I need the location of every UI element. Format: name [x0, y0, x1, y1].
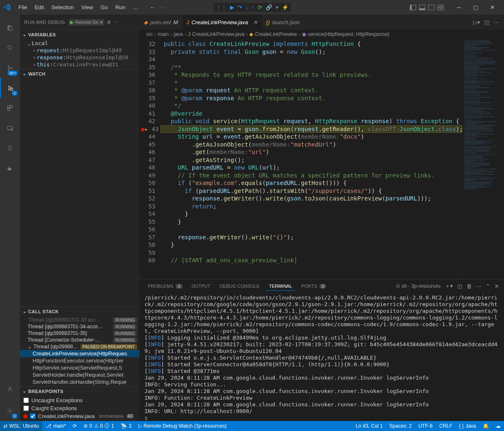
breadcrumb-item[interactable]: CreateLinkPreview.java — [192, 31, 244, 37]
stack-frame[interactable]: ServletHolder.handle(Request,Servlet — [20, 371, 139, 378]
run-file-icon[interactable]: ▷▾ — [473, 19, 480, 25]
menu-run[interactable]: Run — [112, 3, 129, 12]
debug-more-icon[interactable]: ⋯ — [114, 20, 118, 25]
remote-indicator[interactable]: ⇄WSL: Ubuntu — [0, 421, 42, 431]
cursor-position[interactable]: Ln 43, Col 1 — [352, 423, 386, 429]
new-terminal-icon[interactable]: ＋▾ — [445, 282, 453, 290]
ports-indicator[interactable]: 📡3 — [117, 421, 135, 431]
stack-frame[interactable]: ServletHandler.doHandle(String,Reque — [20, 378, 139, 385]
stack-frame[interactable]: HttpFunctionExecutor.service(HttpSer — [20, 357, 139, 364]
run-debug-icon[interactable]: 1 — [0, 78, 20, 98]
thread-row[interactable]: Thread [qtp399683701-34-acce…RUNNING — [20, 323, 139, 330]
eol[interactable]: CRLF — [436, 423, 456, 429]
variables-scope[interactable]: ⌄Local — [20, 40, 139, 47]
tab-createlinkpreview[interactable]: JCreateLinkPreview.java✕ — [182, 15, 262, 30]
debug-config-selector[interactable]: ▶ Remote De ▾ — [68, 19, 104, 25]
thread-row-paused[interactable]: ⌄Thread [qtp39968…PAUSED ON BREAKPOINT — [20, 343, 139, 350]
step-into-icon[interactable]: ↓ — [246, 4, 248, 10]
variable-row[interactable]: › response: HttpResponseImpl@50 — [20, 54, 139, 61]
panel-tab-problems[interactable]: PROBLEMS1 — [144, 282, 186, 290]
tab-close-icon[interactable]: ✕ — [253, 19, 258, 25]
terminal-profile[interactable]: ⊙sh - 3p-resources — [396, 283, 441, 289]
menu-more[interactable]: … — [129, 3, 142, 12]
language-mode[interactable]: { }Java — [456, 423, 479, 429]
breakpoint-row[interactable]: CreateLinkPreview.javasrc/main/java43 — [20, 412, 139, 420]
callstack-header[interactable]: ⌄CALL STACK — [20, 307, 139, 316]
breadcrumb-item[interactable]: service(HttpRequest, HttpResponse) — [308, 31, 389, 37]
terminal-more-icon[interactable]: ⋯ — [476, 283, 481, 289]
layout-left-icon[interactable] — [410, 4, 416, 11]
bp-checkbox[interactable] — [30, 413, 35, 419]
debug-settings-icon[interactable]: ⚙ — [107, 20, 111, 25]
panel-tab-output[interactable]: OUTPUT — [188, 282, 214, 290]
explorer-icon[interactable] — [0, 18, 20, 38]
notifications-icon[interactable]: 🔔 — [479, 423, 492, 429]
bp-checkbox[interactable] — [23, 398, 29, 403]
breadcrumb-item[interactable]: main — [158, 31, 169, 37]
maximize-button[interactable]: ▢ — [467, 1, 484, 14]
layout-right-icon[interactable] — [428, 4, 435, 11]
split-terminal-icon[interactable]: ◫ — [457, 283, 462, 289]
breadcrumbs[interactable]: src› main› java› JCreateLinkPreview.java… — [139, 30, 504, 39]
layout-customize-icon[interactable] — [437, 4, 444, 11]
feedback-icon[interactable]: ☁ — [492, 423, 504, 429]
branch-indicator[interactable]: ⎇main* — [42, 421, 69, 431]
drag-handle-icon[interactable]: ⋮⋮ — [216, 4, 227, 10]
testing-icon[interactable] — [0, 138, 20, 158]
search-icon[interactable] — [0, 38, 20, 58]
code-content[interactable]: public class CreateLinkPreview implement… — [160, 39, 462, 279]
maximize-panel-icon[interactable]: ⌃ — [486, 283, 490, 289]
source-control-icon[interactable]: 1K+ — [0, 58, 20, 78]
variables-header[interactable]: ⌄VARIABLES — [20, 30, 139, 39]
close-button[interactable]: ✕ — [484, 1, 501, 14]
minimize-button[interactable]: ─ — [451, 1, 467, 14]
extensions-icon[interactable] — [0, 98, 20, 118]
menu-view[interactable]: View — [78, 3, 96, 12]
bp-checkbox[interactable] — [23, 406, 29, 411]
kill-terminal-icon[interactable]: 🗑 — [466, 283, 472, 289]
sync-indicator[interactable]: ⟳ — [69, 421, 80, 431]
menu-go[interactable]: Go — [97, 3, 111, 12]
split-editor-icon[interactable]: ◫ — [484, 19, 489, 25]
step-out-icon[interactable]: ↑ — [251, 4, 254, 10]
more-actions-icon[interactable]: ⋯ — [494, 19, 499, 25]
step-over-icon[interactable]: ↷ — [238, 4, 242, 10]
indentation[interactable]: Spaces: 2 — [386, 423, 415, 429]
menu-file[interactable]: File — [15, 3, 30, 12]
watch-header[interactable]: ⌄WATCH — [20, 69, 139, 78]
problems-indicator[interactable]: ⊘0 ⚠0 ⓘ1 — [80, 421, 117, 431]
breakpoints-header[interactable]: ⌄BREAKPOINTS — [20, 387, 139, 396]
code-editor[interactable]: 3233343536373839404142●▸ 434445464748495… — [139, 39, 504, 279]
variable-row[interactable]: › this: CreateLinkPreview@31 — [20, 61, 139, 68]
docker-icon[interactable] — [0, 158, 20, 178]
settings-icon[interactable]: 1 — [0, 401, 20, 421]
accounts-icon[interactable] — [0, 379, 20, 399]
remote-explorer-icon[interactable] — [0, 118, 20, 138]
hot-reload-icon[interactable]: ⚡ — [282, 4, 289, 10]
panel-tab-ports[interactable]: PORTS3 — [298, 282, 329, 290]
breadcrumb-item[interactable]: src — [146, 31, 153, 37]
menu-edit[interactable]: Edit — [31, 3, 47, 12]
stack-frame[interactable]: CreateLinkPreview.service(HttpReques — [20, 350, 139, 357]
thread-row[interactable]: Thread [qtp399683701-35]RUNNING — [20, 330, 139, 337]
layout-bottom-icon[interactable] — [419, 4, 425, 11]
debug-session-indicator[interactable]: ▷Remote Debug Watch (3p-resources) — [135, 421, 230, 431]
terminal-output[interactable]: /pierrick/.m2/repository/io/cloudevents/… — [139, 293, 504, 421]
thread-row[interactable]: Thread [Connector-Scheduler-…RUNNING — [20, 337, 139, 343]
stop-icon[interactable]: 🔗 — [266, 4, 272, 10]
breakpoint-row[interactable]: Caught Exceptions — [20, 404, 139, 412]
tab-launch[interactable]: {}launch.json — [262, 15, 304, 30]
stack-frame[interactable]: HttpServlet.service(ServletRequest,S — [20, 364, 139, 371]
encoding[interactable]: UTF-8 — [415, 423, 436, 429]
thread-row[interactable]: Thread [qtp399683701-33 acc...RUNNING — [20, 317, 139, 323]
minimap[interactable] — [462, 39, 504, 279]
tab-pom[interactable]: ◆pom.xmlM — [139, 15, 182, 30]
panel-tab-terminal[interactable]: TERMINAL — [266, 282, 296, 291]
breadcrumb-item[interactable]: java — [174, 31, 183, 37]
variable-row[interactable]: › request: HttpRequestImpl@49 — [20, 47, 139, 54]
start-debug-icon[interactable]: ▶ — [70, 20, 73, 25]
nav-back-icon[interactable]: ← — [150, 4, 155, 10]
breakpoint-row[interactable]: Uncaught Exceptions — [20, 396, 139, 404]
breadcrumb-item[interactable]: CreateLinkPreview — [255, 31, 297, 37]
restart-icon[interactable]: ⟳ — [258, 4, 262, 10]
